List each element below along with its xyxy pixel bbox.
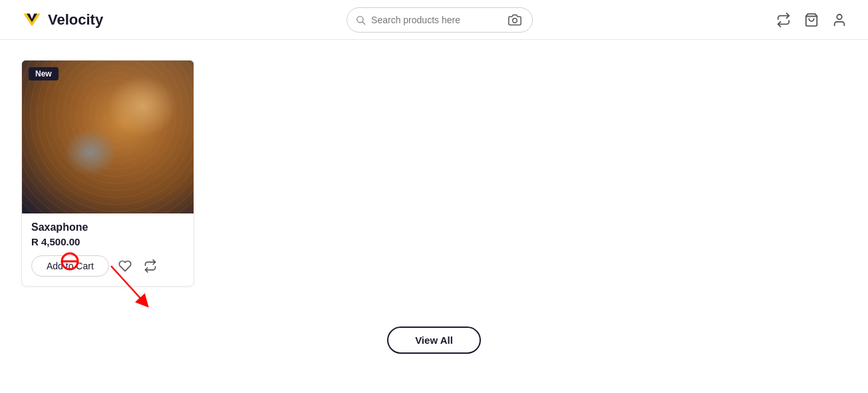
- logo-icon: [21, 9, 43, 31]
- search-bar: [347, 7, 533, 33]
- product-image: [22, 61, 194, 213]
- compare-icon: [776, 13, 791, 27]
- main-content: New Saxaphone R 4,500.00 Add to Cart: [0, 40, 868, 374]
- product-card: New Saxaphone R 4,500.00 Add to Cart: [21, 60, 194, 287]
- heart-icon: [118, 259, 132, 273]
- cart-button[interactable]: [804, 13, 819, 27]
- wishlist-button[interactable]: [116, 257, 134, 275]
- logo-text: Velocity: [48, 11, 103, 29]
- camera-icon: [508, 13, 521, 27]
- compare-product-icon: [144, 259, 157, 273]
- svg-point-4: [513, 18, 517, 23]
- account-icon: [832, 13, 847, 27]
- account-button[interactable]: [832, 13, 847, 27]
- camera-button[interactable]: [506, 12, 524, 28]
- product-price: R 4,500.00: [31, 236, 184, 247]
- search-input[interactable]: [371, 15, 500, 25]
- header-actions: [776, 13, 847, 27]
- add-to-cart-button[interactable]: Add to Cart: [31, 255, 109, 277]
- cart-icon: [804, 13, 819, 27]
- header: Velocity: [0, 0, 868, 40]
- product-image-wrap: New: [22, 61, 194, 213]
- view-all-button[interactable]: View All: [387, 327, 481, 354]
- view-all-wrap: View All: [21, 327, 847, 354]
- product-actions: Add to Cart: [31, 255, 184, 277]
- new-badge: New: [29, 67, 59, 80]
- svg-line-3: [362, 22, 365, 25]
- compare-product-button[interactable]: [141, 257, 160, 275]
- svg-point-6: [837, 14, 841, 19]
- compare-button[interactable]: [776, 13, 791, 27]
- logo-link[interactable]: Velocity: [21, 9, 103, 31]
- product-info: Saxaphone R 4,500.00 Add to Cart: [22, 213, 194, 286]
- product-name: Saxaphone: [31, 221, 184, 233]
- search-icon: [355, 15, 366, 25]
